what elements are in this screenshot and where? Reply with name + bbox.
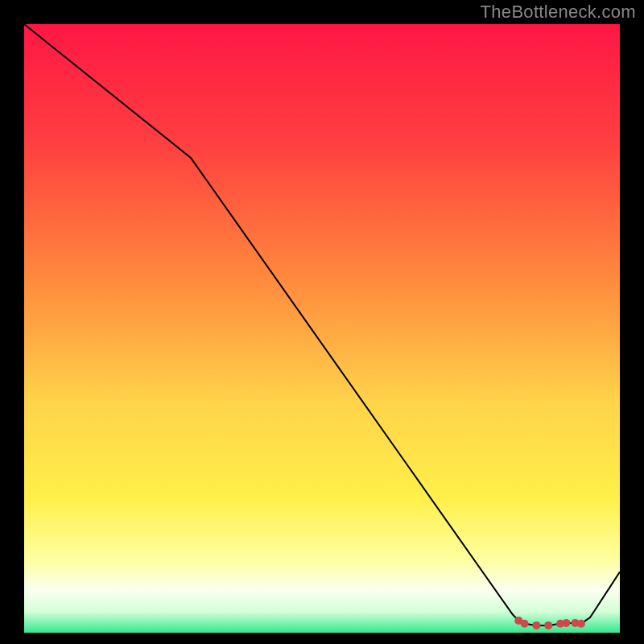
attribution-text: TheBottleneck.com [481,2,636,23]
data-marker [577,620,585,628]
chart-plot [0,0,644,644]
chart-container: TheBottleneck.com [0,0,644,644]
data-marker [544,621,552,630]
data-marker [562,619,570,627]
data-marker [521,620,529,628]
data-marker [532,621,540,630]
plot-background [24,24,620,633]
